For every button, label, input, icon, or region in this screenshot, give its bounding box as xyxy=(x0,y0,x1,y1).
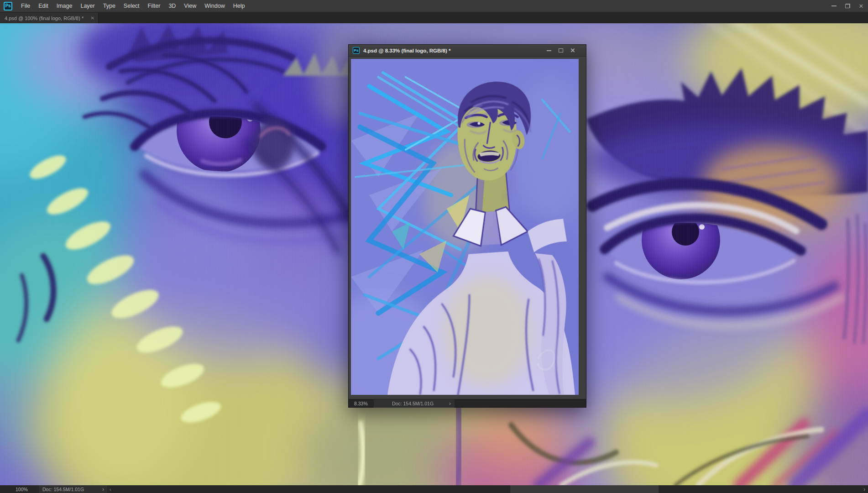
menu-filter[interactable]: Filter xyxy=(144,0,165,12)
tab-4psd[interactable]: 4.psd @ 100% (final logo, RGB/8) * ✕ xyxy=(0,13,99,23)
floating-window-doc-size: Doc: 154.5M/1.01G xyxy=(392,401,434,406)
floating-window-canvas[interactable] xyxy=(351,59,579,395)
tab-title: 4.psd @ 100% (final logo, RGB/8) * xyxy=(5,16,88,21)
minimize-document-icon[interactable] xyxy=(543,45,555,57)
psd-file-icon: Ps xyxy=(353,47,360,54)
menu-edit[interactable]: Edit xyxy=(34,0,52,12)
document-canvas[interactable]: Ps 4.psd @ 8.33% (final logo, RGB/8) * ✕ xyxy=(0,23,868,485)
doc-size-value: Doc: 154.5M/1.01G xyxy=(42,487,84,492)
menu-view[interactable]: View xyxy=(180,0,200,12)
minimize-window-icon[interactable] xyxy=(827,0,841,12)
statusbar: 100% Doc: 154.5M/1.01G › ‹ › xyxy=(0,485,868,493)
menu-help[interactable]: Help xyxy=(229,0,249,12)
menu-type[interactable]: Type xyxy=(99,0,120,12)
restore-window-icon[interactable] xyxy=(841,0,854,12)
floating-window-doc-panel: Doc: 154.5M/1.01G › xyxy=(374,399,455,408)
status-chevron-left-icon[interactable]: ‹ xyxy=(110,485,111,493)
floating-window-zoom-field[interactable]: 8.33% xyxy=(354,399,368,408)
menu-3d[interactable]: 3D xyxy=(164,0,180,12)
tab-close-icon[interactable]: ✕ xyxy=(91,16,94,21)
zoom-level-field[interactable]: 100% xyxy=(16,485,28,493)
floating-window-titlebar[interactable]: Ps 4.psd @ 8.33% (final logo, RGB/8) * ✕ xyxy=(349,45,586,57)
floating-window-controls: ✕ xyxy=(543,45,586,57)
floating-window-status-chevron-icon[interactable]: › xyxy=(449,400,451,407)
portrait-artwork xyxy=(351,59,579,395)
status-chevron-icon[interactable]: › xyxy=(102,486,104,493)
window-controls: ✕ xyxy=(827,0,868,12)
floating-window-statusbar: 8.33% Doc: 154.5M/1.01G › xyxy=(349,399,586,407)
photoshop-logo-icon: Ps xyxy=(4,2,12,10)
corner-chevron-icon[interactable]: › xyxy=(863,485,865,493)
floating-document-window: Ps 4.psd @ 8.33% (final logo, RGB/8) * ✕ xyxy=(348,44,586,408)
photoshop-app: Ps File Edit Image Layer Type Select Fil… xyxy=(0,0,868,493)
menu-image[interactable]: Image xyxy=(52,0,77,12)
floating-window-title: 4.psd @ 8.33% (final logo, RGB/8) * xyxy=(363,48,450,53)
close-window-icon[interactable]: ✕ xyxy=(854,0,868,12)
menu-window[interactable]: Window xyxy=(200,0,229,12)
menu-layer[interactable]: Layer xyxy=(76,0,99,12)
menu-select[interactable]: Select xyxy=(120,0,144,12)
close-document-icon[interactable]: ✕ xyxy=(567,45,579,57)
menu-file[interactable]: File xyxy=(17,0,34,12)
maximize-document-icon[interactable] xyxy=(555,45,567,57)
doc-size-panel: Doc: 154.5M/1.01G › xyxy=(39,485,107,493)
document-tabbar: 4.psd @ 100% (final logo, RGB/8) * ✕ xyxy=(0,13,868,23)
horizontal-scrollbar-thumb[interactable] xyxy=(510,485,659,493)
floating-window-canvas-area xyxy=(349,57,586,399)
menubar: Ps File Edit Image Layer Type Select Fil… xyxy=(0,0,868,12)
